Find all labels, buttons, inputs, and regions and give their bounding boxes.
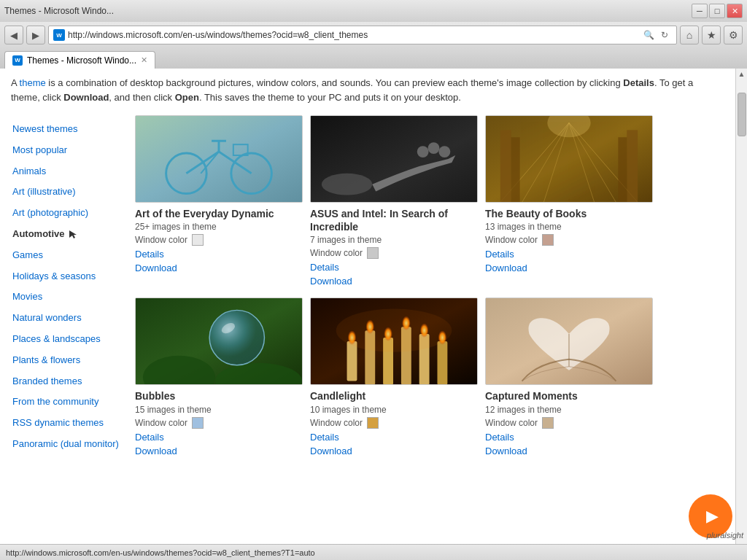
theme-color-label-asus: Window color: [310, 248, 363, 258]
site-icon-symbol: W: [56, 32, 62, 39]
sidebar-item-automotive[interactable]: Automotive: [11, 224, 120, 245]
sidebar-item-animals[interactable]: Animals: [11, 161, 120, 182]
svg-point-13: [438, 146, 450, 158]
cursor-icon: [68, 229, 78, 239]
svg-rect-0: [136, 116, 302, 203]
back-button[interactable]: ◀: [4, 26, 23, 44]
bike-svg: [136, 115, 302, 203]
intro-middle: is a combination of desktop background p…: [46, 77, 624, 88]
title-bar: Themes - Microsoft Windo... ─ □ ✕: [0, 0, 747, 22]
svg-rect-36: [437, 341, 447, 384]
theme-name-art-everyday: Art of the Everyday Dynamic: [135, 207, 303, 220]
theme-count-candlelight: 10 images in theme: [310, 405, 478, 415]
settings-button[interactable]: ⚙: [724, 26, 743, 44]
sidebar-item-popular[interactable]: Most popular: [11, 140, 120, 161]
scrollbar[interactable]: ▲ ▼: [735, 69, 747, 560]
theme-download-link-candlelight[interactable]: Download: [310, 446, 478, 456]
theme-color-swatch-candlelight: [367, 417, 379, 429]
main-area: A theme is a combination of desktop back…: [0, 69, 735, 560]
intro-prefix: A: [11, 77, 20, 88]
sidebar-item-panoramic[interactable]: Panoramic (dual monitor): [11, 434, 120, 455]
bubble-svg: [136, 298, 302, 385]
sidebar-item-newest[interactable]: Newest themes: [11, 119, 120, 140]
sidebar-item-holidays[interactable]: Holidays & seasons: [11, 266, 120, 287]
sidebar-item-community[interactable]: From the community: [11, 392, 120, 413]
theme-image-candles[interactable]: [310, 298, 478, 385]
scrollbar-thumb[interactable]: [738, 93, 746, 136]
theme-color-row-captured: Window color: [485, 417, 653, 429]
sidebar-item-art-photographic[interactable]: Art (photographic): [11, 203, 120, 224]
theme-card-captured: Captured Moments 12 images in theme Wind…: [485, 298, 653, 456]
intro-suffix: , and then click: [109, 92, 174, 103]
theme-download-link-art-everyday[interactable]: Download: [135, 262, 303, 273]
toolbar-right: ⌂ ★ ⚙: [680, 26, 743, 44]
theme-details-link-captured[interactable]: Details: [485, 432, 653, 443]
scroll-up-arrow[interactable]: ▲: [738, 70, 746, 78]
sidebar-item-branded[interactable]: Branded themes: [11, 371, 120, 392]
theme-details-link-books[interactable]: Details: [485, 249, 653, 260]
minimize-button[interactable]: ─: [692, 4, 708, 18]
sidebar-item-art-illustrative[interactable]: Art (illustrative): [11, 182, 120, 203]
address-bar[interactable]: W http://windows.microsoft.com/en-us/win…: [48, 26, 677, 44]
address-actions: 🔍 ↻: [641, 28, 672, 42]
theme-card-candlelight: Candlelight 10 images in theme Window co…: [310, 298, 478, 456]
refresh-button[interactable]: ↻: [657, 28, 672, 42]
theme-name-captured: Captured Moments: [485, 389, 653, 402]
theme-download-link-bubbles[interactable]: Download: [135, 446, 303, 456]
active-tab[interactable]: W Themes - Microsoft Windo... ✕: [4, 51, 155, 69]
theme-image-library[interactable]: [485, 115, 653, 203]
forward-button[interactable]: ▶: [26, 26, 45, 44]
theme-count-captured: 12 images in theme: [485, 405, 653, 415]
theme-details-link-asus[interactable]: Details: [310, 262, 478, 273]
theme-color-row-asus: Window color: [310, 247, 478, 259]
url-text[interactable]: http://windows.microsoft.com/en-us/windo…: [68, 30, 638, 40]
search-button[interactable]: 🔍: [641, 28, 656, 42]
theme-color-row-art-everyday: Window color: [135, 234, 303, 246]
theme-download-link-books[interactable]: Download: [485, 262, 653, 273]
maximize-button[interactable]: □: [709, 4, 725, 18]
theme-color-row-books: Window color: [485, 234, 653, 246]
close-button[interactable]: ✕: [727, 4, 743, 18]
svg-rect-20: [500, 130, 511, 202]
theme-details-link-bubbles[interactable]: Details: [135, 432, 303, 443]
sidebar-item-games[interactable]: Games: [11, 245, 120, 266]
theme-download-link-asus[interactable]: Download: [310, 276, 478, 287]
home-button[interactable]: ⌂: [680, 26, 699, 44]
tab-favicon: W: [12, 55, 23, 66]
trumpet-svg: [311, 115, 477, 203]
favorites-button[interactable]: ★: [702, 26, 721, 44]
theme-color-swatch-art-everyday: [192, 234, 204, 246]
theme-download-link-captured[interactable]: Download: [485, 446, 653, 456]
theme-image-bike[interactable]: [135, 115, 303, 203]
svg-point-10: [322, 174, 372, 195]
sidebar-item-plants[interactable]: Plants & flowers: [11, 350, 120, 371]
window-controls: ─ □ ✕: [692, 4, 743, 18]
svg-point-43: [336, 309, 452, 352]
theme-image-book-heart[interactable]: [485, 298, 653, 385]
theme-image-trumpet[interactable]: [310, 115, 478, 203]
sidebar-item-places[interactable]: Places & landscapes: [11, 329, 120, 350]
theme-color-swatch-asus: [367, 247, 379, 259]
site-icon: W: [53, 29, 65, 41]
theme-row-2: Bubbles 15 images in theme Window color …: [135, 298, 728, 456]
theme-color-row-candlelight: Window color: [310, 417, 478, 429]
theme-details-link-candlelight[interactable]: Details: [310, 432, 478, 443]
theme-card-books: The Beauty of Books 13 images in theme W…: [485, 115, 653, 287]
browser-window: Themes - Microsoft Windo... ─ □ ✕ ◀ ▶ W …: [0, 0, 747, 560]
theme-details-link-art-everyday[interactable]: Details: [135, 249, 303, 260]
theme-color-label-books: Window color: [485, 235, 538, 245]
status-url: http://windows.microsoft.com/en-us/windo…: [6, 548, 315, 557]
sidebar-item-rss[interactable]: RSS dynamic themes: [11, 413, 120, 434]
sidebar-item-movies[interactable]: Movies: [11, 287, 120, 308]
svg-rect-21: [627, 130, 638, 202]
theme-card-bubbles: Bubbles 15 images in theme Window color …: [135, 298, 303, 456]
theme-name-candlelight: Candlelight: [310, 389, 478, 402]
intro-theme-link[interactable]: theme: [20, 77, 46, 88]
theme-color-label-bubbles: Window color: [135, 418, 187, 428]
theme-image-bubbles[interactable]: [135, 298, 303, 385]
intro-text: A theme is a combination of desktop back…: [0, 69, 735, 112]
intro-open-bold: Open: [175, 92, 199, 103]
sidebar-item-natural[interactable]: Natural wonders: [11, 308, 120, 329]
tab-close-button[interactable]: ✕: [141, 55, 147, 65]
intro-details-bold: Details: [623, 77, 654, 88]
